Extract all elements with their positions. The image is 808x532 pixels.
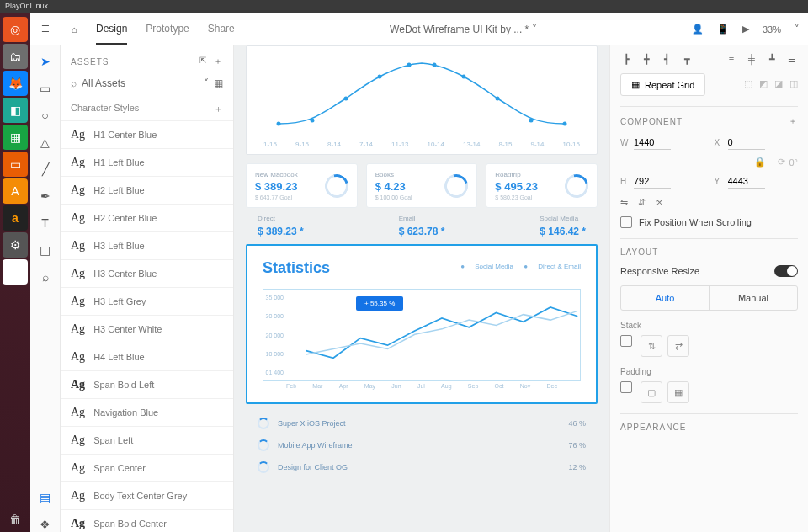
tab-share[interactable]: Share xyxy=(208,23,235,35)
character-style-item[interactable]: AgNavigation Blue xyxy=(61,398,233,426)
distribute-h-icon[interactable]: ≡ xyxy=(726,54,737,65)
artboard-curve[interactable]: 1-159-158-147-1411-1310-1413-148-159-141… xyxy=(246,45,598,155)
character-style-item[interactable]: AgSpan Center xyxy=(61,454,233,481)
settings-icon[interactable]: ⚙ xyxy=(3,232,28,258)
flip-both-icon[interactable]: ⤧ xyxy=(656,197,663,208)
character-style-item[interactable]: AgH4 Left Blue xyxy=(61,343,233,370)
artboard-statistics-selected[interactable]: Statistics ● Social Media ● Direct & Ema… xyxy=(246,244,598,404)
select-tool-icon[interactable]: ➤ xyxy=(38,54,53,69)
x-input[interactable] xyxy=(728,136,765,150)
width-input[interactable] xyxy=(634,136,671,150)
plus-icon[interactable]: ＋ xyxy=(789,115,798,127)
libreoffice-calc-icon[interactable]: ▦ xyxy=(3,125,28,150)
character-style-item[interactable]: AgH3 Left Blue xyxy=(61,231,233,259)
layers-panel-icon[interactable]: ❖ xyxy=(38,517,53,532)
y-input[interactable] xyxy=(728,174,765,189)
os-window-title: PlayOnLinux xyxy=(0,0,808,13)
rectangle-tool-icon[interactable]: ▭ xyxy=(38,81,53,96)
align-top-icon[interactable]: ┳ xyxy=(681,54,693,65)
grid-view-icon[interactable]: ▦ xyxy=(214,77,223,89)
assets-filter-dropdown[interactable]: All Assets xyxy=(82,77,199,89)
stack-horizontal-icon[interactable]: ⇄ xyxy=(667,335,689,357)
progress-row[interactable]: Mobile App Wireframe76 % xyxy=(246,434,598,456)
progress-row[interactable]: Design for Client OG12 % xyxy=(246,456,598,478)
tab-prototype[interactable]: Prototype xyxy=(146,23,189,35)
line-tool-icon[interactable]: ╱ xyxy=(38,162,53,177)
flip-h-icon[interactable]: ⇋ xyxy=(620,197,628,208)
user-icon[interactable]: 👤 xyxy=(692,24,704,35)
character-style-item[interactable]: AgH2 Left Blue xyxy=(61,176,233,204)
character-style-item[interactable]: AgSpan Left xyxy=(61,426,233,454)
software-center-icon[interactable]: A xyxy=(3,178,28,204)
chevron-down-icon: ˅ xyxy=(532,24,537,35)
responsive-resize-toggle[interactable] xyxy=(774,265,798,277)
menu-icon[interactable]: ☰ xyxy=(39,23,52,36)
device-preview-icon[interactable]: 📱 xyxy=(717,24,729,35)
align-right-icon[interactable]: ┫ xyxy=(661,54,672,65)
ubuntu-dash-icon[interactable]: ◎ xyxy=(3,17,28,42)
ellipse-tool-icon[interactable]: ○ xyxy=(38,108,53,123)
pen-tool-icon[interactable]: ✒ xyxy=(38,189,53,204)
padding-checkbox[interactable] xyxy=(620,381,632,393)
artboard-metrics[interactable]: New Macbook$ 389.23$ 643.77 GoalBooks$ 4… xyxy=(246,163,598,208)
progress-row[interactable]: Super X iOS Project46 % xyxy=(246,412,598,434)
libreoffice-impress-icon[interactable]: ▭ xyxy=(3,152,28,177)
document-title[interactable]: WeDot Wireframe UI Kit by ... * ˅ xyxy=(250,24,677,35)
character-style-item[interactable]: AgSpan Bold Left xyxy=(61,370,233,398)
chevron-down-icon[interactable]: ˅ xyxy=(795,24,800,35)
align-center-h-icon[interactable]: ╋ xyxy=(641,54,652,65)
character-style-item[interactable]: AgH3 Left Grey xyxy=(61,287,233,315)
distribute-v-icon[interactable]: ☰ xyxy=(786,54,798,65)
resize-auto[interactable]: Auto xyxy=(621,286,710,310)
fix-position-checkbox[interactable] xyxy=(620,216,632,228)
play-icon[interactable]: ▶ xyxy=(742,24,749,35)
resize-manual[interactable]: Manual xyxy=(710,286,797,310)
stack-vertical-icon[interactable]: ⇅ xyxy=(641,335,662,357)
character-style-item[interactable]: AgH2 Center Blue xyxy=(61,204,233,231)
triangle-tool-icon[interactable]: △ xyxy=(38,135,53,150)
exclude-icon[interactable]: ◫ xyxy=(789,78,798,89)
subtract-icon[interactable]: ◩ xyxy=(759,78,768,89)
stack-checkbox[interactable] xyxy=(620,335,632,347)
height-input[interactable] xyxy=(634,174,671,189)
artboard-tool-icon[interactable]: ◫ xyxy=(38,242,53,258)
align-middle-icon[interactable]: ╪ xyxy=(746,54,758,65)
amazon-icon[interactable]: a xyxy=(3,205,28,231)
union-icon[interactable]: ⬚ xyxy=(744,78,752,89)
padding-uniform-icon[interactable]: ▢ xyxy=(641,381,662,403)
app-multi-icon[interactable]: ❖ xyxy=(3,259,28,285)
flip-v-icon[interactable]: ⇵ xyxy=(638,197,646,208)
resize-mode-segment[interactable]: Auto Manual xyxy=(620,285,798,311)
intersect-icon[interactable]: ◪ xyxy=(774,78,783,89)
text-tool-icon[interactable]: T xyxy=(38,215,53,231)
character-style-item[interactable]: AgSpan Bold Center xyxy=(61,509,233,532)
metric-card[interactable]: New Macbook$ 389.23$ 643.77 Goal xyxy=(246,163,358,208)
zoom-tool-icon[interactable]: ⌕ xyxy=(38,269,53,285)
padding-individual-icon[interactable]: ▦ xyxy=(667,381,689,403)
character-style-item[interactable]: AgH1 Center Blue xyxy=(61,120,233,148)
files-icon[interactable]: 🗂 xyxy=(3,44,28,69)
canvas[interactable]: 1-159-158-147-1411-1310-1413-148-159-141… xyxy=(234,45,609,532)
firefox-icon[interactable]: 🦊 xyxy=(3,71,28,96)
metric-card[interactable]: Roadtrip$ 495.23$ 580.23 Goal xyxy=(486,163,598,208)
link-icon[interactable]: ⇱ xyxy=(199,56,207,67)
app-icon[interactable]: ◧ xyxy=(3,98,28,123)
plus-icon[interactable]: ＋ xyxy=(214,103,223,115)
lock-aspect-icon[interactable]: 🔒 xyxy=(754,157,766,168)
assets-panel-icon[interactable]: ▤ xyxy=(38,490,53,505)
zoom-level[interactable]: 33% xyxy=(763,24,781,35)
metric-card[interactable]: Books$ 4.23$ 100.00 Goal xyxy=(366,163,478,208)
character-style-item[interactable]: AgH3 Center White xyxy=(61,315,233,343)
trash-icon[interactable]: 🗑 xyxy=(3,507,28,532)
align-bottom-icon[interactable]: ┻ xyxy=(766,54,778,65)
plus-icon[interactable]: ＋ xyxy=(214,56,223,67)
repeat-grid-button[interactable]: ▦Repeat Grid xyxy=(620,73,705,96)
tab-design[interactable]: Design xyxy=(96,23,127,45)
artboard-simple-stats[interactable]: Direct$ 389.23 *Email$ 623.78 *Social Me… xyxy=(246,208,598,244)
svg-point-0 xyxy=(277,122,281,126)
character-style-item[interactable]: AgH1 Left Blue xyxy=(61,148,233,176)
character-style-item[interactable]: AgBody Text Center Grey xyxy=(61,481,233,509)
home-icon[interactable]: ⌂ xyxy=(67,23,81,36)
align-left-icon[interactable]: ┣ xyxy=(620,54,632,65)
character-style-item[interactable]: AgH3 Center Blue xyxy=(61,259,233,287)
